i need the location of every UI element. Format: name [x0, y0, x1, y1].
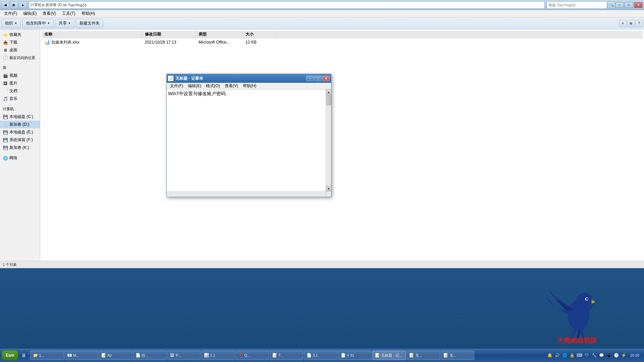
share-button[interactable]: 共享 ▼: [55, 19, 74, 28]
sidebar-item-favorites[interactable]: ⭐ 收藏夹: [0, 31, 40, 39]
col-header-date[interactable]: 修改日期: [142, 31, 196, 38]
address-bar[interactable]: 计算机 ▶ 新加卷 (D:) ▶ TianYingZd: [29, 1, 545, 9]
notepad-close-button[interactable]: ✕: [322, 76, 330, 81]
forward-button[interactable]: ▶: [10, 1, 18, 9]
np-menu-format[interactable]: 格式(O): [204, 83, 222, 89]
taskbar-item-wu1[interactable]: 📝 无...: [407, 351, 440, 360]
watermark-text: 天鹰網絡戰隊: [557, 336, 597, 345]
col-header-type[interactable]: 类型: [196, 31, 243, 38]
col-header-size[interactable]: 大小: [243, 31, 276, 38]
address-part-1: 计算机: [31, 2, 42, 7]
sidebar-item-video[interactable]: 🎬 视频: [0, 72, 40, 79]
taskbar-separator-1: [29, 351, 29, 360]
notepad-textarea[interactable]: Win7中设置与修改账户密码: [167, 89, 331, 197]
drive-k-icon: 💾: [3, 145, 8, 150]
tray-icon-2[interactable]: 🔊: [554, 352, 560, 358]
tray-icon-8[interactable]: 📱: [606, 352, 612, 358]
tray-icon-3[interactable]: 🔒: [569, 352, 575, 358]
view-mode-button-2[interactable]: ⊞: [627, 20, 635, 27]
taskbar-item-2[interactable]: 📧 M...: [64, 351, 98, 360]
sidebar-item-e-drive[interactable]: 💾 本地磁盘 (E:): [0, 128, 40, 136]
sidebar-item-d-drive[interactable]: 💿 新加卷 (D:): [0, 121, 40, 128]
view-mode-button-1[interactable]: ≡: [619, 20, 627, 27]
taskbar-icon-2: 📧: [67, 353, 72, 358]
back-button[interactable]: ◀: [1, 1, 9, 9]
sidebar-item-documents[interactable]: 📄 文档: [0, 87, 40, 95]
tray-icon-network[interactable]: 🌐: [561, 352, 568, 358]
organize-button[interactable]: 组织 ▼: [1, 19, 21, 28]
scroll-up-button[interactable]: ▲: [326, 89, 331, 95]
drive-d-icon: 💿: [3, 122, 8, 127]
notepad-horizontal-scrollbar[interactable]: [167, 191, 326, 197]
search-input[interactable]: [547, 1, 607, 9]
taskbar-item-431[interactable]: 📄 4 31: [338, 351, 372, 360]
col-header-name[interactable]: 名称: [42, 31, 142, 38]
taskbar-item-31[interactable]: 📄 3.1: [304, 351, 337, 360]
maximize-button[interactable]: □: [625, 2, 633, 8]
tray-icon-1[interactable]: 🔔: [547, 352, 553, 358]
tray-icon-7[interactable]: 💬: [598, 352, 604, 358]
eagle-logo: [543, 276, 610, 343]
document-icon: 📄: [3, 88, 8, 94]
explorer-menu-bar: 文件(F) 编辑(E) 查看(V) 工具(T) 帮助(H): [0, 10, 644, 17]
sidebar-item-recent[interactable]: 🕐 最近访问的位置: [0, 54, 40, 61]
view-details-button[interactable]: ?: [635, 20, 643, 27]
menu-help[interactable]: 帮助(H): [79, 10, 98, 17]
tray-icon-4[interactable]: ⌨: [576, 352, 582, 358]
watermark: 天鹰網絡戰隊: [543, 276, 610, 345]
include-library-button[interactable]: 包含到库中 ▼: [22, 19, 54, 28]
taskbar-item-11[interactable]: 📊 1.1: [201, 351, 235, 360]
sidebar-computer-header: 计算机: [0, 105, 40, 113]
taskbar-icon-q: ❓: [238, 353, 243, 358]
taskbar-item-q[interactable]: ❓ Q...: [235, 351, 269, 360]
sidebar-item-downloads[interactable]: 📥 下载: [0, 39, 40, 46]
up-button[interactable]: ▲: [19, 1, 27, 9]
drive-f-icon: 💾: [3, 137, 8, 143]
file-list-header: 名称 修改日期 类型 大小: [42, 31, 643, 38]
taskbar-item-notepad[interactable]: 📝 无标题 - 记...: [372, 351, 406, 360]
sidebar-item-network[interactable]: 🌐 网络: [0, 154, 40, 162]
np-menu-file[interactable]: 文件(F): [168, 83, 185, 89]
system-clock[interactable]: 10:20: [628, 353, 641, 358]
menu-edit[interactable]: 编辑(E): [20, 10, 39, 17]
close-button[interactable]: ✕: [634, 2, 643, 8]
tray-icon-5[interactable]: 🛡: [584, 352, 590, 358]
scroll-down-button[interactable]: ▼: [326, 186, 331, 191]
menu-view[interactable]: 查看(V): [40, 10, 59, 17]
taskbar-item-t[interactable]: 📝 T...: [270, 351, 303, 360]
menu-tools[interactable]: 工具(T): [59, 10, 78, 17]
file-date: 2021/10/28 17:13: [142, 40, 196, 45]
tray-icon-9[interactable]: 🕐: [613, 352, 619, 358]
tray-icon-6[interactable]: 🔧: [591, 352, 597, 358]
notepad-minimize-button[interactable]: ─: [306, 76, 314, 81]
file-row[interactable]: 📊 自媒体列表.xlsx 2021/10/28 17:13 Microsoft …: [42, 38, 643, 46]
taskbar-item-wu2[interactable]: 📝 无...: [441, 351, 474, 360]
taskbar-item-pr[interactable]: 🖼 P...: [167, 351, 201, 360]
notepad-menu-bar: 文件(F) 编辑(E) 格式(O) 查看(V) 帮助(H): [167, 83, 331, 89]
sidebar-item-c-drive[interactable]: 💾 本地磁盘 (C:): [0, 113, 40, 121]
sidebar-item-music[interactable]: 🎵 音乐: [0, 95, 40, 103]
new-folder-button[interactable]: 新建文件夹: [76, 19, 103, 28]
np-menu-help[interactable]: 帮助(H): [241, 83, 259, 89]
sidebar-item-desktop[interactable]: 🖥 桌面: [0, 46, 40, 54]
taskbar-item-1[interactable]: 📁 1...: [30, 351, 64, 360]
minimize-button[interactable]: ─: [615, 2, 624, 8]
taskbar-item-az[interactable]: 📝 Az: [99, 351, 132, 360]
taskbar-icon-11: 📊: [204, 353, 209, 358]
start-button[interactable]: Eam: [1, 350, 18, 361]
sidebar-item-f-drive[interactable]: 💾 系统保留 (F:): [0, 136, 40, 144]
taskbar-item-doc[interactable]: 📄 自...: [133, 351, 166, 360]
music-icon: 🎵: [3, 96, 8, 102]
scroll-thumb[interactable]: [326, 95, 331, 105]
menu-file[interactable]: 文件(F): [1, 10, 20, 17]
np-menu-view[interactable]: 查看(V): [223, 83, 240, 89]
sidebar-item-k-drive[interactable]: 💾 新加卷 (K:): [0, 144, 40, 152]
explorer-nav: ◀ ▶ ▲ 计算机 ▶ 新加卷 (D:) ▶ TianYingZd 🔍: [1, 1, 615, 9]
notepad-maximize-button[interactable]: □: [314, 76, 322, 81]
notepad-vertical-scrollbar[interactable]: ▲ ▼: [326, 89, 331, 197]
search-go-button[interactable]: 🔍: [608, 1, 615, 9]
tray-icon-10[interactable]: ⚡: [621, 352, 627, 358]
show-desktop-icon[interactable]: 🖥: [20, 351, 27, 360]
np-menu-edit[interactable]: 编辑(E): [186, 83, 203, 89]
sidebar-item-pictures[interactable]: 🖼 图片: [0, 79, 40, 87]
